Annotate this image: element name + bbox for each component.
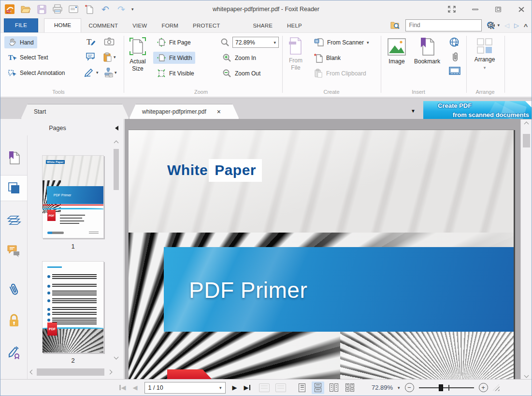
fit-page-button[interactable]: Fit Page [153, 36, 194, 48]
tab-view[interactable]: VIEW [125, 19, 154, 32]
zoom-out-button[interactable]: Zoom Out [219, 67, 264, 79]
collapse-ribbon-icon[interactable]: ∧ [523, 22, 529, 29]
undo-icon[interactable]: ↶ [100, 3, 111, 15]
resize-grip[interactable] [493, 384, 500, 391]
collapse-panel-icon[interactable] [115, 126, 118, 131]
pages-panel-icon[interactable] [0, 175, 27, 201]
from-scanner-dropdown-icon[interactable]: ▾ [367, 40, 369, 45]
create-pdf-banner[interactable]: Create PDF from scanned documents [423, 101, 532, 119]
settings-gear-icon[interactable]: ▾ [487, 21, 500, 30]
stamp-icon[interactable]: ▾ [103, 68, 117, 77]
zoom-in-button[interactable]: Zoom In [219, 52, 259, 64]
fit-visible-button[interactable]: Fit Visible [153, 67, 198, 79]
next-page-icon[interactable]: ▶ [232, 384, 237, 391]
minimize-button[interactable] [469, 4, 481, 15]
single-page-view-icon[interactable] [296, 381, 308, 394]
last-page-icon[interactable]: ▶ [244, 384, 251, 391]
arrange-dropdown-icon[interactable]: ▾ [484, 65, 486, 71]
search-folder-icon[interactable] [390, 21, 401, 29]
tab-form[interactable]: FORM [154, 19, 186, 32]
redo-icon[interactable]: ↷ [115, 3, 127, 15]
tab-close-icon[interactable]: × [217, 108, 221, 116]
page-field-dropdown-icon[interactable]: ▾ [219, 385, 222, 390]
doc-tab-start[interactable]: Start [21, 104, 129, 119]
thumbnail-scrollbar-thumb[interactable] [114, 149, 119, 190]
tab-file[interactable]: FILE [4, 18, 38, 32]
insert-attachment-icon[interactable] [450, 51, 459, 63]
scroll-right-icon[interactable] [106, 368, 114, 376]
doc-scroll-down-icon[interactable] [523, 372, 530, 379]
maximize-button[interactable] [492, 4, 504, 15]
actual-size-button[interactable]: Actual Size [127, 37, 148, 73]
comments-panel-icon[interactable] [0, 238, 27, 264]
save-icon[interactable] [36, 3, 47, 15]
previous-page-icon[interactable]: ◀ [133, 384, 138, 391]
tab-share[interactable]: SHARE [245, 19, 280, 32]
close-button[interactable] [515, 4, 528, 15]
fullscreen-icon[interactable] [446, 4, 458, 15]
continuous-facing-view-icon[interactable] [344, 381, 356, 394]
layers-panel-icon[interactable] [0, 207, 27, 233]
signatures-panel-icon[interactable] [0, 339, 27, 366]
next-view-icon[interactable] [275, 383, 286, 392]
stamp-dropdown-icon[interactable]: ▾ [115, 70, 117, 75]
tab-help[interactable]: HELP [280, 19, 309, 32]
pdf-page[interactable]: WhitePaper PDF Primer [129, 130, 514, 380]
zoom-slider-thumb[interactable] [439, 384, 443, 391]
new-document-icon[interactable]: * [84, 3, 95, 15]
hand-tool-button[interactable]: Hand [4, 36, 37, 48]
snapshot-camera-icon[interactable] [104, 37, 115, 46]
scroll-left-icon[interactable] [29, 368, 36, 376]
insert-weblink-icon[interactable] [449, 37, 460, 47]
note-comment-icon[interactable] [86, 52, 96, 61]
insert-image-button[interactable]: Image [385, 38, 408, 65]
create-from-clipboard-button[interactable]: From Clipboard [311, 67, 370, 79]
bookmarks-panel-icon[interactable] [0, 145, 27, 171]
foxit-logo-icon[interactable]: PDF [4, 3, 15, 15]
paste-clipboard-icon[interactable]: ▾ [103, 52, 116, 62]
status-zoom-dropdown-icon[interactable]: ▾ [398, 385, 400, 390]
page-number-field[interactable]: 1 / 10 ▾ [144, 382, 226, 394]
typewriter-icon[interactable]: T [86, 37, 96, 46]
select-annotation-button[interactable]: Select Annotation [4, 67, 68, 79]
page-2-thumbnail[interactable]: PDF [42, 261, 104, 353]
facing-view-icon[interactable] [328, 381, 340, 394]
tab-list-dropdown-icon[interactable]: ▼ [407, 105, 419, 116]
fit-width-button[interactable]: Fit Width [153, 52, 195, 64]
print-icon[interactable] [52, 3, 63, 15]
pen-sign-icon[interactable]: ▾ [84, 68, 99, 77]
tab-protect[interactable]: PROTECT [186, 19, 227, 32]
zoom-percent-combobox[interactable]: 72.89%▾ [232, 37, 279, 48]
create-from-scanner-button[interactable]: From Scanner ▾ [311, 36, 373, 48]
tab-comment[interactable]: COMMENT [81, 19, 125, 32]
history-back-icon[interactable]: ◁ [504, 22, 509, 29]
open-file-icon[interactable] [20, 3, 31, 15]
scroll-down-icon[interactable] [113, 353, 120, 361]
doc-scroll-up-icon[interactable] [523, 120, 530, 128]
zoom-out-circle-icon[interactable]: − [405, 383, 414, 392]
paste-dropdown-icon[interactable]: ▾ [114, 55, 116, 59]
document-scrollbar-thumb[interactable] [523, 134, 530, 147]
arrange-button[interactable]: Arrange ▾ [470, 38, 499, 71]
document-scrollbar[interactable] [520, 119, 532, 380]
security-panel-icon[interactable] [0, 308, 27, 334]
insert-video-icon[interactable] [449, 67, 460, 75]
email-icon[interactable] [68, 3, 79, 15]
zoom-in-circle-icon[interactable]: + [479, 383, 488, 392]
continuous-view-icon[interactable] [312, 381, 324, 394]
create-blank-button[interactable]: * Blank [311, 52, 344, 64]
history-forward-icon[interactable]: ▷ [514, 22, 519, 29]
gear-dropdown-icon[interactable]: ▾ [497, 23, 500, 28]
previous-view-icon[interactable] [259, 383, 270, 392]
thumbnail-hscrollbar[interactable] [29, 368, 114, 376]
zoom-slider[interactable] [419, 387, 474, 388]
doc-tab-active[interactable]: whitepaper-pdfprimer.pdf × [129, 104, 239, 119]
first-page-icon[interactable]: ◀ [119, 384, 126, 391]
insert-bookmark-button[interactable]: Bookmark [412, 38, 442, 65]
thumbnail-hscrollbar-thumb[interactable] [37, 368, 104, 376]
customize-qat-dropdown-icon[interactable]: ▾ [131, 7, 134, 12]
scroll-up-icon[interactable] [113, 139, 120, 147]
tab-home[interactable]: HOME [44, 18, 81, 32]
create-from-file-button[interactable]: From File [286, 37, 306, 72]
thumbnail-scrollbar[interactable] [113, 139, 120, 361]
